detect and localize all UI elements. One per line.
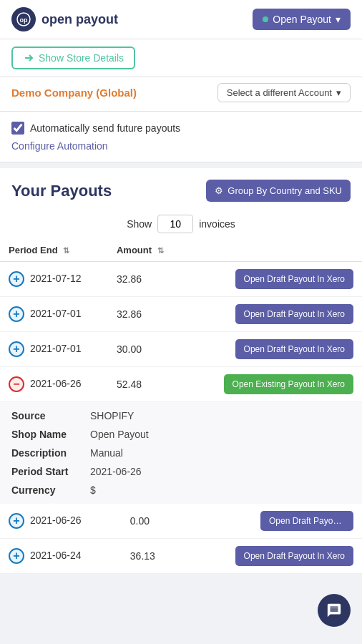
action-cell: Open Draft Payout In Xero	[185, 262, 362, 297]
table-row: + 2021-07-12 32.86 Open Draft Payout In …	[0, 262, 362, 297]
source-value: SHOPIFY	[90, 410, 134, 421]
sort-icon: ⇅	[63, 246, 69, 255]
table-row: + 2021-07-01 30.00 Open Draft Payout In …	[0, 332, 362, 367]
period-start-label: Period Start	[11, 466, 90, 477]
show-store-label: Show Store Details	[39, 52, 124, 64]
row-status-icon: −	[9, 376, 24, 392]
action-cell: Open Draft Payout In Xero	[185, 297, 362, 332]
period-end-cell: + 2021-06-26	[0, 504, 122, 539]
table-header-row: Period End ⇅ Amount ⇅	[0, 239, 362, 262]
amount-cell: 32.86	[108, 262, 185, 297]
row-status-icon: +	[9, 548, 24, 564]
payout-action-button[interactable]: Open Draft Payout In	[260, 511, 353, 531]
automation-row: Automatically send future payouts	[11, 122, 351, 135]
open-payout-button[interactable]: Open Payout ▾	[253, 9, 351, 30]
period-start-value: 2021-06-26	[90, 466, 142, 477]
open-payout-label: Open Payout	[273, 14, 331, 25]
bottom-table-body: + 2021-06-26 0.00 Open Draft Payout In +…	[0, 504, 362, 574]
amount-cell: 30.00	[108, 332, 185, 367]
group-btn-label: Group By Country and SKU	[228, 185, 342, 196]
description-value: Manual	[90, 447, 123, 459]
row-status-icon: +	[9, 513, 24, 529]
logo-text: open payout	[41, 12, 118, 27]
show-invoices-row: Show invoices	[0, 209, 362, 239]
period-end-cell: + 2021-06-24	[0, 539, 122, 574]
show-label: Show	[127, 218, 152, 230]
logo-area: op open payout	[11, 7, 118, 31]
source-label: Source	[11, 410, 90, 421]
action-cell: Open Existing Payout In Xero	[185, 367, 362, 402]
payout-action-button[interactable]: Open Draft Payout In Xero	[235, 546, 353, 566]
show-store-details-button[interactable]: Show Store Details	[11, 47, 135, 69]
row-status-icon: +	[9, 341, 24, 357]
configure-automation-link[interactable]: Configure Automation	[11, 140, 108, 152]
shop-name-label: Shop Name	[11, 429, 90, 440]
payouts-section: Your Payouts ⚙ Group By Country and SKU …	[0, 168, 362, 574]
chat-bubble-button[interactable]	[318, 594, 351, 627]
row-status-icon: +	[9, 306, 24, 322]
amount-cell: 36.13	[122, 539, 179, 574]
automation-section: Automatically send future payouts Config…	[0, 112, 362, 162]
description-row: Description Manual	[0, 444, 362, 462]
invoices-count-input[interactable]	[157, 215, 193, 233]
col-period-end: Period End ⇅	[0, 239, 108, 262]
table-row: + 2021-06-26 0.00 Open Draft Payout In	[0, 504, 362, 539]
payout-action-button[interactable]: Open Draft Payout In Xero	[235, 339, 353, 359]
detail-section: Source SHOPIFY Shop Name Open Payout Des…	[0, 402, 362, 504]
gear-icon: ⚙	[215, 185, 223, 196]
period-end-cell: + 2021-07-01	[0, 297, 108, 332]
main-table-body: + 2021-07-12 32.86 Open Draft Payout In …	[0, 262, 362, 402]
row-status-icon: +	[9, 271, 24, 287]
period-end-cell: + 2021-07-12	[0, 262, 108, 297]
table-row: − 2021-06-26 52.48 Open Existing Payout …	[0, 367, 362, 402]
table-row: + 2021-06-24 36.13 Open Draft Payout In …	[0, 539, 362, 574]
source-row: Source SHOPIFY	[0, 406, 362, 425]
currency-row: Currency $	[0, 481, 362, 499]
period-end-cell: − 2021-06-26	[0, 367, 108, 402]
select-account-button[interactable]: Select a different Account ▾	[217, 83, 351, 102]
svg-text:op: op	[20, 16, 28, 24]
store-bar: Show Store Details	[0, 39, 362, 77]
period-end-cell: + 2021-07-01	[0, 332, 108, 367]
logo-icon: op	[11, 7, 36, 31]
col-action	[185, 239, 362, 262]
bottom-table: + 2021-06-26 0.00 Open Draft Payout In +…	[0, 504, 362, 574]
payouts-title: Your Payouts	[11, 182, 112, 200]
account-dropdown-icon: ▾	[336, 87, 341, 98]
currency-value: $	[90, 484, 96, 496]
account-bar: Demo Company (Global) Select a different…	[0, 77, 362, 112]
payouts-header: Your Payouts ⚙ Group By Country and SKU	[0, 168, 362, 209]
amount-cell: 32.86	[108, 297, 185, 332]
group-by-button[interactable]: ⚙ Group By Country and SKU	[206, 180, 351, 202]
company-name: Demo Company (Global)	[11, 87, 137, 99]
col-amount: Amount ⇅	[108, 239, 185, 262]
sort-amount-icon: ⇅	[157, 246, 164, 255]
currency-label: Currency	[11, 484, 90, 496]
period-start-row: Period Start 2021-06-26	[0, 462, 362, 481]
description-label: Description	[11, 447, 90, 459]
dropdown-arrow-icon: ▾	[336, 14, 341, 25]
payout-action-button[interactable]: Open Draft Payout In Xero	[235, 304, 353, 324]
status-dot	[263, 16, 268, 22]
payouts-table: Period End ⇅ Amount ⇅ + 2021-07-12 32.86…	[0, 239, 362, 402]
payout-action-button[interactable]: Open Existing Payout In Xero	[224, 374, 353, 394]
invoices-label: invoices	[199, 218, 235, 230]
action-cell: Open Draft Payout In Xero	[185, 332, 362, 367]
automation-checkbox[interactable]	[11, 122, 24, 135]
header: op open payout Open Payout ▾	[0, 0, 362, 39]
shop-name-row: Shop Name Open Payout	[0, 425, 362, 444]
automation-label: Automatically send future payouts	[30, 122, 180, 134]
action-cell: Open Draft Payout In	[179, 504, 362, 539]
shop-name-value: Open Payout	[90, 429, 149, 440]
amount-cell: 52.48	[108, 367, 185, 402]
payout-action-button[interactable]: Open Draft Payout In Xero	[235, 269, 353, 289]
action-cell: Open Draft Payout In Xero	[179, 539, 362, 574]
table-row: + 2021-07-01 32.86 Open Draft Payout In …	[0, 297, 362, 332]
amount-cell: 0.00	[122, 504, 179, 539]
chat-icon	[326, 602, 342, 618]
select-account-label: Select a different Account	[227, 87, 332, 98]
arrow-right-icon	[23, 52, 34, 64]
